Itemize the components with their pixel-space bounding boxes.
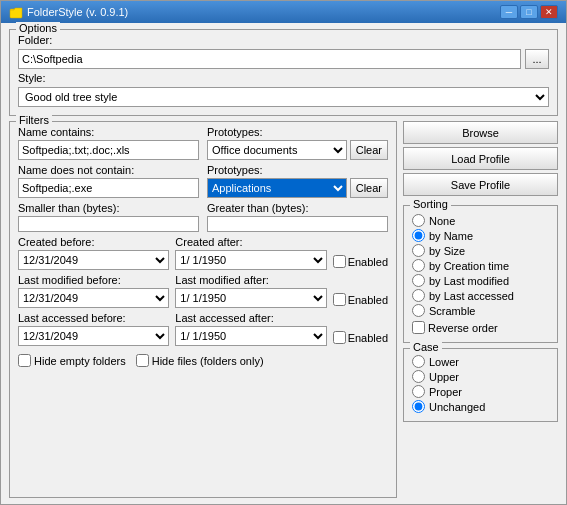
case-upper-radio[interactable] — [412, 370, 425, 383]
sort-none-radio[interactable] — [412, 214, 425, 227]
enabled3-label: Enabled — [348, 332, 388, 344]
sort-scramble-label: Scramble — [429, 305, 475, 317]
main-content: Options Folder: ... Style: Good old tree… — [1, 23, 566, 504]
created-before-select[interactable]: 12/31/2049 — [18, 250, 169, 270]
main-window: FolderStyle (v. 0.9.1) ─ □ ✕ Options Fol… — [0, 0, 567, 505]
case-lower-radio[interactable] — [412, 355, 425, 368]
enabled2-label: Enabled — [348, 294, 388, 306]
svg-rect-0 — [10, 9, 22, 18]
sort-lastaccessed-radio[interactable] — [412, 289, 425, 302]
name-contains-label: Name contains: — [18, 126, 199, 138]
case-proper[interactable]: Proper — [412, 385, 549, 398]
minimize-button[interactable]: ─ — [500, 5, 518, 19]
case-lower[interactable]: Lower — [412, 355, 549, 368]
enabled1-checkbox[interactable] — [333, 255, 346, 268]
folder-input[interactable] — [18, 49, 521, 69]
case-proper-label: Proper — [429, 386, 462, 398]
browse-dots-button[interactable]: ... — [525, 49, 549, 69]
browse-button[interactable]: Browse — [403, 121, 558, 144]
name-contains-input[interactable] — [18, 140, 199, 160]
last-acc-row: Last accessed before: 12/31/2049 Last ac… — [18, 312, 388, 346]
style-row-label: Style: — [18, 72, 549, 84]
folder-row-label: Folder: — [18, 34, 549, 46]
enabled2-checkbox[interactable] — [333, 293, 346, 306]
created-after-label: Created after: — [175, 236, 326, 248]
prototypes1-select[interactable]: Office documents — [207, 140, 347, 160]
prototypes1-input-row: Office documents Clear — [207, 140, 388, 160]
sort-name-label: by Name — [429, 230, 473, 242]
smaller-than-input[interactable] — [18, 216, 199, 232]
clear2-button[interactable]: Clear — [350, 178, 388, 198]
created-after-select[interactable]: 1/ 1/1950 — [175, 250, 326, 270]
name-contains-field: Name contains: — [18, 126, 199, 160]
last-acc-before-label: Last accessed before: — [18, 312, 169, 324]
hide-empty-label[interactable]: Hide empty folders — [18, 354, 126, 367]
sort-size-label: by Size — [429, 245, 465, 257]
last-acc-after-label: Last accessed after: — [175, 312, 326, 324]
sort-lastaccessed[interactable]: by Last accessed — [412, 289, 549, 302]
prototypes2-label: Prototypes: — [207, 164, 388, 176]
sort-scramble[interactable]: Scramble — [412, 304, 549, 317]
close-button[interactable]: ✕ — [540, 5, 558, 19]
last-mod-before-field: Last modified before: 12/31/2049 — [18, 274, 169, 308]
last-acc-after-select[interactable]: 1/ 1/1950 — [175, 326, 326, 346]
sorting-group: Sorting None by Name by Size — [403, 205, 558, 343]
case-upper[interactable]: Upper — [412, 370, 549, 383]
sort-name[interactable]: by Name — [412, 229, 549, 242]
sort-name-radio[interactable] — [412, 229, 425, 242]
sort-size-radio[interactable] — [412, 244, 425, 257]
created-before-field: Created before: 12/31/2049 — [18, 236, 169, 270]
hide-files-checkbox[interactable] — [136, 354, 149, 367]
enabled2-check: Enabled — [333, 293, 388, 308]
last-acc-after-field: Last accessed after: 1/ 1/1950 — [175, 312, 326, 346]
hide-empty-checkbox[interactable] — [18, 354, 31, 367]
sorting-label: Sorting — [410, 198, 451, 210]
clear1-button[interactable]: Clear — [350, 140, 388, 160]
case-radio-group: Lower Upper Proper Unchanged — [412, 353, 549, 413]
titlebar-title: FolderStyle (v. 0.9.1) — [27, 6, 128, 18]
enabled1-label: Enabled — [348, 256, 388, 268]
last-mod-after-label: Last modified after: — [175, 274, 326, 286]
greater-than-input[interactable] — [207, 216, 388, 232]
sort-none[interactable]: None — [412, 214, 549, 227]
filters-group: Filters Name contains: Prototypes: Of — [9, 121, 397, 498]
case-unchanged-label: Unchanged — [429, 401, 485, 413]
action-buttons: Browse Load Profile Save Profile — [403, 121, 558, 196]
case-proper-radio[interactable] — [412, 385, 425, 398]
hide-checkboxes-row: Hide empty folders Hide files (folders o… — [18, 354, 388, 367]
case-group: Case Lower Upper Proper — [403, 348, 558, 422]
save-profile-button[interactable]: Save Profile — [403, 173, 558, 196]
app-icon — [9, 5, 23, 19]
sorting-radio-group: None by Name by Size by Creation ti — [412, 212, 549, 334]
sort-lastmod[interactable]: by Last modified — [412, 274, 549, 287]
style-select[interactable]: Good old tree style — [18, 87, 549, 107]
case-unchanged[interactable]: Unchanged — [412, 400, 549, 413]
reverse-order-checkbox[interactable] — [412, 321, 425, 334]
last-mod-before-select[interactable]: 12/31/2049 — [18, 288, 169, 308]
name-not-contains-field: Name does not contain: — [18, 164, 199, 198]
case-upper-label: Upper — [429, 371, 459, 383]
name-proto-row1: Name contains: Prototypes: Office docume… — [18, 126, 388, 160]
sort-creation[interactable]: by Creation time — [412, 259, 549, 272]
sort-size[interactable]: by Size — [412, 244, 549, 257]
name-proto-row2: Name does not contain: Prototypes: Appli… — [18, 164, 388, 198]
greater-than-label: Greater than (bytes): — [207, 202, 388, 214]
name-not-contains-input[interactable] — [18, 178, 199, 198]
last-mod-after-select[interactable]: 1/ 1/1950 — [175, 288, 326, 308]
maximize-button[interactable]: □ — [520, 5, 538, 19]
sort-creation-radio[interactable] — [412, 259, 425, 272]
last-acc-before-select[interactable]: 12/31/2049 — [18, 326, 169, 346]
case-unchanged-radio[interactable] — [412, 400, 425, 413]
enabled3-checkbox[interactable] — [333, 331, 346, 344]
hide-files-label[interactable]: Hide files (folders only) — [136, 354, 264, 367]
folder-input-row: ... — [18, 49, 549, 69]
sort-lastmod-radio[interactable] — [412, 274, 425, 287]
prototypes1-label: Prototypes: — [207, 126, 388, 138]
load-profile-button[interactable]: Load Profile — [403, 147, 558, 170]
reverse-order-label[interactable]: Reverse order — [412, 321, 549, 334]
sort-scramble-radio[interactable] — [412, 304, 425, 317]
smaller-than-field: Smaller than (bytes): — [18, 202, 199, 232]
prototypes2-input-row: Applications Clear — [207, 178, 388, 198]
smaller-than-label: Smaller than (bytes): — [18, 202, 199, 214]
prototypes2-select[interactable]: Applications — [207, 178, 347, 198]
